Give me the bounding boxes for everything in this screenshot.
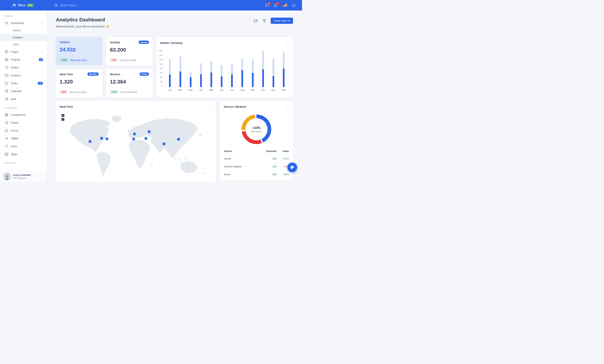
stat-title: Activity — [110, 41, 120, 44]
layout-icon — [5, 50, 8, 53]
sidebar-item-calendar[interactable]: Calendar — [0, 87, 47, 95]
theme-settings-button[interactable] — [287, 163, 297, 172]
stat-change-badge: +14% — [60, 58, 68, 62]
sign-out-button[interactable] — [290, 2, 297, 9]
credit-card-icon — [5, 74, 8, 77]
refresh-button[interactable] — [253, 18, 259, 24]
sidebar-item-icons[interactable]: Icons — [0, 142, 47, 150]
sidebar-subitem-saas[interactable]: SaaS — [0, 41, 47, 48]
value-cell: +35% — [277, 155, 289, 163]
bar-chart: 160140120100806040200 JanFebMarAprMayJun… — [156, 47, 293, 97]
chart-menu-button[interactable] — [285, 40, 289, 45]
sidebar-item-label: Icons — [11, 145, 17, 148]
chevron-down-icon — [40, 137, 43, 140]
sidebar-item-tasks[interactable]: Tasks 17 — [0, 79, 47, 87]
heart-icon — [5, 145, 8, 148]
sidebar-item-charts[interactable]: Charts — [0, 119, 47, 127]
brand-logo[interactable]: Mira PRO — [0, 3, 47, 7]
map-marker[interactable] — [145, 137, 147, 140]
pro-badge: PRO — [27, 4, 34, 7]
projects-count-badge: 8 — [39, 58, 43, 61]
map-zoom-out-button[interactable]: − — [62, 118, 64, 121]
search-input[interactable] — [60, 4, 101, 7]
revenue-cell: 164 — [258, 171, 277, 178]
chevron-down-icon — [40, 121, 43, 125]
notifications-button[interactable]: 7 — [272, 2, 279, 9]
map-marker[interactable] — [163, 143, 165, 145]
chevron-down-icon — [40, 50, 43, 53]
sidebar-item-components[interactable]: Components — [0, 111, 47, 119]
sidebar-item-label: Components — [11, 113, 26, 116]
source-medium-table: Source Revenue Value Social 260 +35% Sea… — [224, 148, 289, 178]
calendar-icon — [5, 89, 8, 93]
map-menu-button[interactable] — [208, 104, 212, 109]
table-row[interactable]: Social 260 +35% — [224, 155, 289, 163]
map-icon — [5, 152, 8, 156]
source-medium-card: Source / Medium +23% new visitors Source — [220, 101, 293, 181]
tasks-count-badge: 17 — [38, 82, 43, 85]
map-zoom-in-button[interactable]: + — [62, 114, 64, 117]
stat-note: Since last week — [119, 59, 136, 62]
value-cell: +46% — [277, 171, 289, 178]
column-header: Revenue — [258, 148, 277, 155]
page-subtitle: Welcome back, Lucy! We've missed you. 👋 — [56, 25, 109, 28]
filter-button[interactable] — [261, 18, 267, 24]
stat-card-visitors: Visitors 24.532 +14% Since last week — [56, 37, 102, 65]
sidebar-item-forms[interactable]: Forms — [0, 127, 47, 135]
source-cell: Direct — [224, 171, 258, 178]
world-map[interactable]: + − — [59, 112, 214, 177]
revenue-cell: 260 — [258, 155, 277, 163]
map-marker[interactable] — [148, 131, 150, 133]
stat-value: 1.320 — [60, 79, 99, 85]
date-range-button[interactable]: Today: April 29 — [271, 18, 293, 24]
chevron-down-icon — [40, 129, 43, 132]
column-header: Value — [277, 148, 289, 155]
bar-chart-plot — [165, 50, 289, 87]
map-marker[interactable] — [133, 133, 136, 135]
chevron-down-icon — [40, 153, 43, 156]
check-square-icon — [5, 82, 8, 85]
table-row[interactable]: Search Engines 125 -12% — [224, 163, 289, 171]
sidebar-item-label: Tasks — [11, 82, 18, 85]
sidebar-item-tables[interactable]: Tables — [0, 135, 47, 142]
map-marker[interactable] — [177, 138, 180, 140]
user-role: UX Designer — [13, 177, 31, 179]
donut-center-value: +23% — [252, 126, 261, 130]
sidebar-item-label: Maps — [11, 153, 17, 156]
brand-name: Mira — [18, 3, 25, 7]
online-status-dot — [8, 178, 10, 180]
sidebar-item-auth[interactable]: Auth — [0, 95, 47, 103]
stat-change-badge: +27% — [110, 90, 118, 94]
language-button[interactable] — [281, 2, 289, 8]
shopping-cart-icon — [5, 66, 8, 69]
table-row[interactable]: Direct 164 +46% — [224, 171, 289, 178]
kebab-icon — [209, 105, 212, 108]
sidebar-subitem-analytics[interactable]: Analytics — [0, 34, 47, 41]
sidebar-item-dashboard[interactable]: Dashboard — [0, 19, 47, 27]
messages-button[interactable]: 3 — [264, 2, 270, 9]
sidebar-user[interactable]: Lucy Lavender UX Designer — [0, 171, 47, 182]
notifications-count-badge: 7 — [276, 2, 279, 5]
sidebar-item-orders[interactable]: Orders — [0, 63, 47, 72]
sidebar-item-projects[interactable]: Projects 8 — [0, 56, 47, 63]
bar-chart-x-axis: JanFebMarAprMayJunJulAugSepOctNovDec — [165, 89, 289, 91]
map-marker[interactable] — [89, 140, 91, 143]
sidebar-item-label: Pages — [11, 50, 18, 53]
sidebar-item-label: Projects — [11, 58, 20, 61]
user-name: Lucy Lavender — [13, 174, 31, 176]
map-marker[interactable] — [101, 137, 103, 139]
map-marker[interactable] — [132, 138, 135, 140]
map-marker[interactable] — [106, 138, 108, 140]
chart-title: Mobile / Desktop — [160, 41, 183, 44]
sidebar-item-invoices[interactable]: Invoices — [0, 72, 47, 79]
sidebar-item-pages[interactable]: Pages — [0, 48, 47, 56]
source-menu-button[interactable] — [285, 104, 289, 109]
filter-icon — [263, 19, 266, 23]
divider — [56, 32, 293, 33]
sidebar-section-elements: ELEMENTS — [0, 103, 47, 111]
realtime-map-card: Real-Time + − — [56, 101, 216, 182]
sidebar-item-maps[interactable]: Maps — [0, 150, 47, 158]
mobile-desktop-chart-card: Mobile / Desktop 160140120100806040200 J… — [156, 37, 293, 97]
sidebar-subitem-default[interactable]: Default — [0, 27, 47, 34]
stat-change-badge: -12% — [110, 58, 118, 62]
